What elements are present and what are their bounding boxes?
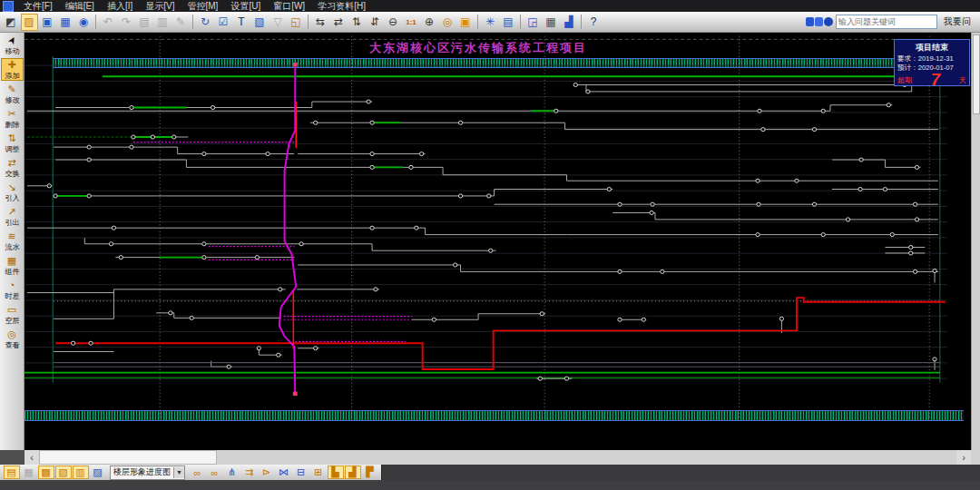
link-mode-1-icon[interactable]: ∞ xyxy=(190,466,206,479)
chart-icon[interactable]: ▟ xyxy=(561,14,578,31)
chart-progress-icon[interactable]: ▟ xyxy=(345,466,361,479)
event-node xyxy=(933,358,936,361)
tool-label: 引出 xyxy=(3,219,22,227)
event-node xyxy=(756,233,760,237)
menu-item[interactable]: 学习资料[H] xyxy=(311,1,372,11)
adjust-icon: ⇅ xyxy=(2,132,23,144)
expand-horizontal-icon[interactable]: ⇆ xyxy=(312,14,329,31)
tool-add[interactable]: ✚添加 xyxy=(1,58,24,81)
inject-mode-icon[interactable]: ⊳ xyxy=(259,466,275,479)
grid-mode-icon[interactable]: ⊞ xyxy=(310,466,327,479)
event-node xyxy=(890,233,894,237)
network-diagram-canvas[interactable]: 大东湖核心区污水传输系统工程项目 项目结束 要求：2019-12-31 预计：2… xyxy=(24,33,971,450)
print-icon[interactable]: ▦ xyxy=(543,14,560,31)
chart-floor-icon[interactable]: ▙ xyxy=(328,466,344,479)
view-panel-icon[interactable]: ▨ xyxy=(90,466,106,479)
tool-adjust[interactable]: ⇅调整 xyxy=(1,132,24,154)
new-file-icon[interactable]: ◩ xyxy=(3,14,20,31)
menu-item[interactable]: 插入[I] xyxy=(101,1,139,11)
chart-stat-icon[interactable]: ▛ xyxy=(362,466,378,479)
vertical-scrollbar-thumb[interactable] xyxy=(973,34,980,114)
event-node xyxy=(266,152,270,156)
horizontal-scrollbar-thumb[interactable] xyxy=(39,450,217,465)
branch-mode-icon[interactable]: ⋔ xyxy=(224,466,240,479)
plan-board-icon[interactable]: ▤ xyxy=(500,14,517,31)
horizontal-scrollbar[interactable]: ‹ › xyxy=(24,450,971,465)
tool-lead-in[interactable]: ↘引入 xyxy=(1,181,24,203)
tool-modify[interactable]: ✎修改 xyxy=(1,83,24,105)
zoom-in-icon[interactable]: ⊕ xyxy=(421,14,438,31)
view-network-icon[interactable]: ▩ xyxy=(38,466,54,479)
activity-line xyxy=(54,190,612,196)
tool-empty-layer[interactable]: ▭空层 xyxy=(1,303,24,326)
open-file-icon[interactable]: ▨ xyxy=(21,14,38,31)
tool-label: 删除 xyxy=(3,121,22,129)
event-node xyxy=(756,179,760,182)
activity-line xyxy=(312,102,372,107)
menu-item[interactable]: 窗口[W] xyxy=(267,1,311,11)
align-mode-icon[interactable]: ⇉ xyxy=(241,466,258,479)
chevron-down-icon[interactable]: ▼ xyxy=(173,467,184,478)
help-icon[interactable]: ? xyxy=(585,14,603,31)
scroll-right-arrow[interactable]: › xyxy=(956,450,971,465)
view-type-dropdown[interactable]: 楼层形象进度图▼ xyxy=(110,466,185,480)
tool-label: 空层 xyxy=(3,317,22,325)
tool-float[interactable]: ◔时差 xyxy=(1,279,24,301)
link-mode-2-icon[interactable]: ∞ xyxy=(207,466,223,479)
zoom-out-icon[interactable]: ⊖ xyxy=(385,14,402,31)
tool-label: 添加 xyxy=(3,72,22,80)
project-title: 大东湖核心区污水传输系统工程项目 xyxy=(24,40,932,56)
tool-label: 时差 xyxy=(3,292,22,300)
event-node xyxy=(812,202,816,206)
image-tool-icon[interactable]: ▧ xyxy=(251,14,269,31)
menu-item[interactable]: 文件[F] xyxy=(17,1,59,11)
ask-button[interactable]: 我要问 xyxy=(940,15,975,29)
save-icon[interactable]: ▣ xyxy=(39,14,56,31)
project-target-icon[interactable]: ◉ xyxy=(75,14,93,31)
view-type-value: 楼层形象进度图 xyxy=(113,466,171,478)
tool-delete[interactable]: ✂删除 xyxy=(1,107,24,130)
tool-component[interactable]: ▦组件 xyxy=(1,254,24,277)
menu-item[interactable]: 编辑[E] xyxy=(59,1,101,11)
view-gantt-icon[interactable]: ▧ xyxy=(55,466,72,479)
event-node xyxy=(132,135,135,139)
view-ribbon-icon[interactable]: ▥ xyxy=(73,466,89,479)
layers-icon[interactable]: ◱ xyxy=(288,14,305,31)
menu-item[interactable]: 管控[M] xyxy=(181,1,224,11)
tool-view[interactable]: ◎查看 xyxy=(1,328,24,350)
expected-date-row: 预计：2020-01-07 xyxy=(897,64,963,73)
event-node xyxy=(618,202,622,206)
view-toolbar: ▤▦▩▧▥▨楼层形象进度图▼∞∞⋔⇉⊳⋈⊟⊞▙▟▛ xyxy=(0,465,382,480)
cross-mode-icon[interactable]: ⋈ xyxy=(276,466,292,479)
text-tool-icon[interactable]: T xyxy=(233,14,250,31)
refresh-icon[interactable]: ↻ xyxy=(197,14,214,31)
expand-vertical-icon[interactable]: ⇅ xyxy=(348,14,366,31)
redo-icon: ↷ xyxy=(118,14,135,31)
settings-icon[interactable]: ✳ xyxy=(482,14,499,31)
event-node xyxy=(314,121,318,124)
save-all-icon[interactable]: ▦ xyxy=(57,14,74,31)
event-node xyxy=(487,194,491,198)
scroll-left-arrow[interactable]: ‹ xyxy=(24,450,39,465)
zoom-region-icon[interactable]: ◎ xyxy=(439,14,456,31)
tool-flow[interactable]: ≋流水 xyxy=(1,230,24,252)
vertical-scrollbar[interactable] xyxy=(971,33,980,450)
collapse-vertical-icon[interactable]: ⇵ xyxy=(367,14,384,31)
select-region-icon[interactable]: ▣ xyxy=(457,14,475,31)
delete-icon: ✂ xyxy=(2,108,23,120)
actual-size-icon[interactable]: 1:1 xyxy=(403,14,420,31)
task-check-icon[interactable]: ☑ xyxy=(215,14,232,31)
view-save-icon[interactable]: ▤ xyxy=(4,466,20,479)
collapse-horizontal-icon[interactable]: ⇄ xyxy=(330,14,348,31)
question-search-input[interactable] xyxy=(836,15,937,29)
tool-lead-out[interactable]: ↗引出 xyxy=(1,205,24,228)
tool-move[interactable]: ➤移动 xyxy=(1,34,24,56)
menu-item[interactable]: 显示[V] xyxy=(139,1,181,11)
print-preview-icon[interactable]: ◲ xyxy=(524,14,542,31)
menu-item[interactable]: 设置[U] xyxy=(224,1,267,11)
event-node xyxy=(795,179,799,182)
event-node xyxy=(913,202,916,206)
box-mode-icon[interactable]: ⊟ xyxy=(293,466,309,479)
event-node xyxy=(540,312,544,316)
tool-swap[interactable]: ⇄交换 xyxy=(1,156,24,179)
